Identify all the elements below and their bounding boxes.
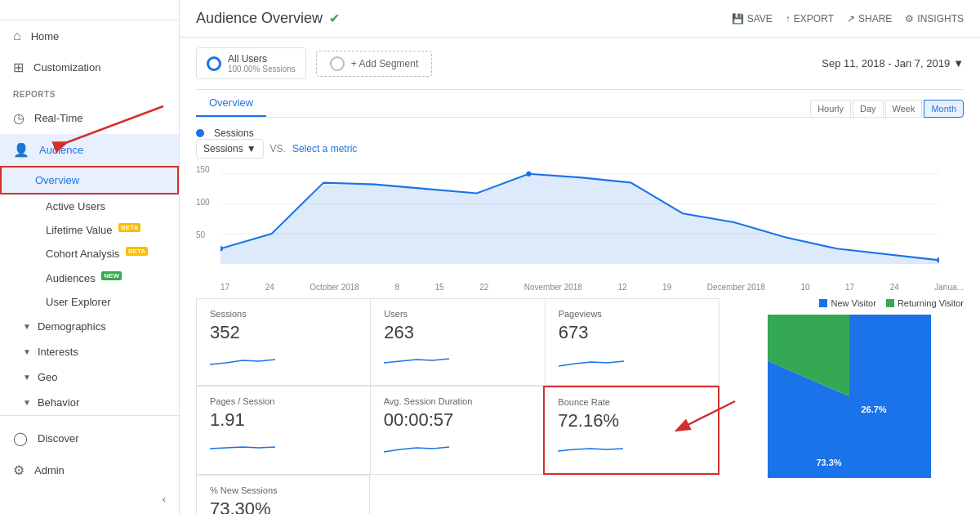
sidebar-item-cohort-analysis[interactable]: Cohort Analysis BETA	[0, 242, 179, 266]
returning-visitor-legend: Returning Visitor	[886, 298, 964, 308]
pie-label-container: 26.7% 73.3%	[768, 347, 931, 511]
sessions-legend-dot	[196, 129, 204, 137]
sidebar-item-admin[interactable]: ⚙ Admin	[0, 454, 179, 486]
segments-left: All Users 100.00% Sessions + Add Segment	[196, 47, 432, 79]
stat-pages-session: Pages / Session 1.91	[196, 386, 371, 475]
sidebar-item-geo[interactable]: ▼ Geo	[0, 364, 179, 390]
stat-sessions-sparkline	[210, 348, 275, 373]
svg-marker-4	[220, 174, 939, 264]
week-button[interactable]: Week	[885, 100, 923, 118]
x-label-oct: October 2018	[310, 283, 359, 292]
pie-legend: New Visitor Returning Visitor	[819, 298, 964, 308]
returning-visitor-dot	[886, 299, 894, 307]
export-button[interactable]: ↑ EXPORT	[786, 13, 834, 25]
day-button[interactable]: Day	[853, 100, 884, 118]
x-label-nov: November 2018	[524, 283, 582, 292]
lifetime-value-label: Lifetime Value	[46, 224, 112, 236]
all-users-segment[interactable]: All Users 100.00% Sessions	[196, 47, 306, 79]
date-range-text: Sep 11, 2018 - Jan 7, 2019	[822, 57, 950, 69]
stat-avg-session-value: 00:00:57	[384, 409, 531, 431]
stat-pages-session-value: 1.91	[210, 409, 357, 431]
select-metric-link[interactable]: Select a metric	[292, 143, 357, 154]
sidebar-item-audiences[interactable]: Audiences NEW	[0, 266, 179, 290]
x-label-19: 19	[662, 283, 671, 292]
page-title: Audience Overview	[196, 10, 323, 27]
collapse-sidebar-button[interactable]: ‹	[0, 486, 179, 512]
stat-pageviews-value: 673	[559, 322, 706, 343]
date-range-picker[interactable]: Sep 11, 2018 - Jan 7, 2019 ▼	[822, 57, 964, 69]
sidebar-item-user-explorer[interactable]: User Explorer	[0, 290, 179, 314]
sidebar-item-realtime[interactable]: ◷ Real-Time	[0, 102, 179, 134]
sidebar-audience-label: Audience	[39, 144, 83, 156]
sidebar-item-active-users[interactable]: Active Users	[0, 194, 179, 218]
insights-button[interactable]: ⚙ INSIGHTS	[905, 13, 964, 25]
bottom-section: Sessions 352 Users 263	[196, 298, 964, 514]
collapse-icon: ‹	[163, 493, 166, 505]
sidebar-realtime-label: Real-Time	[34, 112, 82, 124]
stat-new-sessions-value: 73.30%	[210, 498, 356, 514]
sessions-chart: 150 100 50	[196, 165, 964, 279]
sidebar-customization-label: Customization	[33, 61, 100, 74]
cohort-badge: BETA	[126, 247, 148, 256]
sidebar-item-interests[interactable]: ▼ Interests	[0, 339, 179, 364]
metric-label: Sessions	[203, 143, 243, 154]
new-visitor-label: New Visitor	[831, 298, 875, 308]
stat-pages-session-sparkline	[210, 436, 275, 460]
sidebar-item-overview[interactable]: Overview	[0, 166, 179, 194]
segment-circle-icon	[207, 56, 221, 71]
segments-bar: All Users 100.00% Sessions + Add Segment…	[196, 38, 964, 90]
x-label-24b: 24	[890, 283, 899, 292]
admin-label: Admin	[34, 464, 65, 476]
stat-pageviews-label: Pageviews	[559, 309, 706, 319]
save-button[interactable]: 💾 SAVE	[732, 13, 773, 25]
save-icon: 💾	[732, 13, 744, 25]
new-visitor-legend: New Visitor	[819, 298, 875, 308]
sidebar: ⌂ Home ⊞ Customization REPORTS ◷ Real-Ti…	[0, 0, 180, 514]
insights-label: INSIGHTS	[917, 13, 964, 25]
demographics-arrow-icon: ▼	[23, 322, 31, 331]
customization-icon: ⊞	[13, 60, 24, 75]
sidebar-item-discover[interactable]: ◯ Discover	[0, 422, 179, 454]
audience-icon: 👤	[13, 142, 29, 158]
chart-y-labels: 150 100 50	[196, 165, 220, 263]
save-label: SAVE	[747, 13, 773, 25]
stat-users-sparkline	[384, 348, 449, 373]
y-label-150: 150	[196, 165, 220, 174]
dropdown-arrow-icon: ▼	[247, 143, 256, 154]
returning-visitor-label: Returning Visitor	[898, 298, 964, 308]
sidebar-item-customization[interactable]: ⊞ Customization	[0, 51, 179, 83]
sidebar-item-audience[interactable]: 👤 Audience	[0, 134, 179, 166]
month-button[interactable]: Month	[924, 100, 964, 118]
stat-bounce-rate-value: 72.16%	[558, 410, 705, 431]
stat-sessions-label: Sessions	[210, 309, 357, 319]
date-range-arrow-icon: ▼	[953, 57, 964, 69]
add-segment-button[interactable]: + Add Segment	[316, 51, 432, 77]
user-explorer-label: User Explorer	[46, 296, 110, 308]
stat-pageviews: Pageviews 673	[545, 298, 719, 386]
share-button[interactable]: ↗ SHARE	[847, 13, 892, 25]
hourly-button[interactable]: Hourly	[810, 100, 851, 118]
sidebar-item-lifetime-value[interactable]: Lifetime Value BETA	[0, 218, 179, 242]
stat-new-sessions: % New Sessions 73.30%	[196, 475, 370, 514]
demographics-label: Demographics	[38, 320, 106, 333]
stat-sessions: Sessions 352	[196, 298, 371, 386]
x-label-15: 15	[434, 283, 443, 292]
stats-row-2: Pages / Session 1.91 Avg. Session Durati…	[196, 386, 719, 475]
new-pct-label: 73.3%	[816, 458, 841, 467]
x-label-22: 22	[479, 283, 488, 292]
page-title-area: Audience Overview ✔	[196, 10, 340, 27]
share-icon: ↗	[847, 13, 855, 25]
tab-overview[interactable]: Overview	[196, 90, 266, 117]
vs-label: VS.	[270, 143, 286, 154]
stat-avg-session: Avg. Session Duration 00:00:57	[370, 386, 545, 475]
svg-point-6	[526, 172, 531, 177]
behavior-label: Behavior	[38, 396, 79, 409]
sidebar-item-home[interactable]: ⌂ Home	[0, 20, 179, 51]
audiences-label: Audiences	[46, 272, 96, 284]
sidebar-item-demographics[interactable]: ▼ Demographics	[0, 314, 179, 339]
topbar-actions: 💾 SAVE ↑ EXPORT ↗ SHARE ⚙ INSIGHTS	[732, 13, 964, 25]
sidebar-item-behavior[interactable]: ▼ Behavior	[0, 390, 179, 415]
share-label: SHARE	[858, 13, 892, 25]
sessions-dropdown[interactable]: Sessions ▼	[196, 139, 264, 159]
segment-info: All Users 100.00% Sessions	[228, 53, 296, 74]
